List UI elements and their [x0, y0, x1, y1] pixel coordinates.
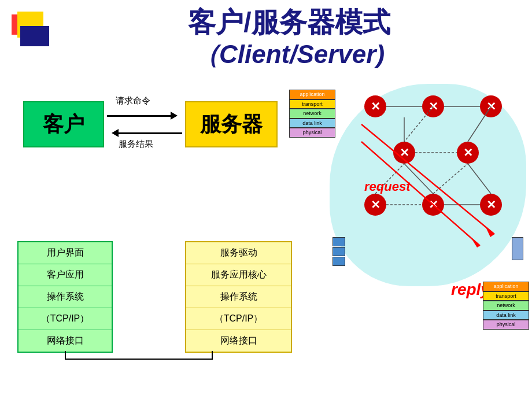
server-stack-row-2: 服务应用核心 — [186, 264, 291, 286]
request-arrow-label: request — [364, 179, 410, 194]
arrow-right-head — [171, 112, 178, 120]
server-stack-row-5: 网络接口 — [186, 330, 291, 352]
client-stack: 用户界面 客户应用 操作系统 （TCP/IP） 网络接口 — [17, 241, 113, 353]
osi-stack-bottom-right: application transport network data link … — [483, 282, 529, 330]
arrow-left — [107, 129, 182, 137]
device-server-right — [512, 237, 523, 260]
title-sub: （Client/Server) — [46, 39, 532, 70]
title-area: 客户/服务器模式 （Client/Server) — [46, 6, 532, 69]
bottom-line-left — [65, 351, 66, 360]
deco-blue-square — [20, 26, 49, 46]
osi-transport-layer: transport — [289, 99, 335, 109]
server-stack-row-3: 操作系统 — [186, 286, 291, 308]
router-4: ✕ — [393, 142, 415, 164]
router-8: ✕ — [480, 194, 502, 216]
osi-network-layer: network — [289, 109, 335, 119]
osi-physical-layer: physical — [289, 128, 335, 138]
arrow-area: 请求命令 服务结果 — [107, 95, 182, 153]
osi-stack-top: application transport network data link … — [289, 90, 335, 138]
server-box: 服务器 — [185, 101, 278, 147]
osi-datalink-layer: data link — [289, 119, 335, 128]
device-stack-left — [332, 237, 345, 266]
osi-transport-layer-br: transport — [483, 291, 529, 301]
router-7: ✕ — [422, 194, 444, 216]
title-main: 客户/服务器模式 — [46, 6, 532, 39]
arrow-left-head — [112, 129, 119, 137]
service-label: 服务结果 — [119, 139, 153, 150]
router-3: ✕ — [480, 95, 502, 117]
osi-app-layer-br: application — [483, 282, 529, 291]
bottom-connect-line — [65, 359, 212, 360]
client-stack-row-3: 操作系统 — [19, 286, 112, 308]
router-6: ✕ — [364, 194, 386, 216]
osi-network-layer-br: network — [483, 301, 529, 311]
request-label: 请求命令 — [116, 95, 150, 106]
server-stack-row-1: 服务驱动 — [186, 242, 291, 264]
network-area: ✕ ✕ ✕ ✕ ✕ ✕ ✕ ✕ — [330, 84, 526, 309]
arrow-right-line — [107, 115, 171, 117]
osi-physical-layer-br: physical — [483, 320, 529, 330]
server-stack-row-4: （TCP/IP） — [186, 308, 291, 330]
client-stack-row-5: 网络接口 — [19, 330, 112, 352]
osi-datalink-layer-br: data link — [483, 311, 529, 320]
server-stack: 服务驱动 服务应用核心 操作系统 （TCP/IP） 网络接口 — [185, 241, 292, 353]
osi-app-layer: application — [289, 90, 335, 99]
client-stack-row-1: 用户界面 — [19, 242, 112, 264]
arrow-left-line — [119, 132, 182, 134]
client-box: 客户 — [23, 101, 104, 147]
router-5: ✕ — [457, 142, 479, 164]
bottom-line-right — [212, 351, 213, 360]
client-stack-row-2: 客户应用 — [19, 264, 112, 286]
router-1: ✕ — [364, 95, 386, 117]
router-2: ✕ — [422, 95, 444, 117]
arrow-right — [107, 112, 182, 120]
client-stack-row-4: （TCP/IP） — [19, 308, 112, 330]
